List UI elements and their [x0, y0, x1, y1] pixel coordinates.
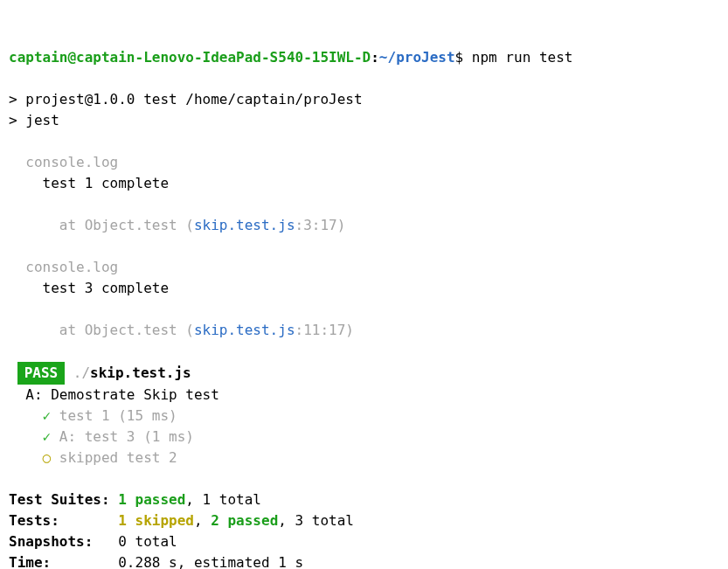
summary-suites-rest: , 1 total — [185, 491, 261, 508]
summary-time-value: 0.288 s, estimated 1 s — [118, 554, 303, 569]
prompt-user: captain@captain-Lenovo-IdeaPad-S540-15IW… — [9, 49, 371, 66]
check-icon: ✓ — [9, 428, 59, 445]
test-file-name: skip.test.js — [90, 364, 191, 381]
stack-file-link[interactable]: skip.test.js — [194, 217, 295, 233]
summary-sep: , — [194, 512, 211, 529]
summary-tests-passed: 2 passed — [211, 512, 278, 529]
prompt-dollar: $ — [455, 49, 472, 66]
check-icon: ✓ — [9, 407, 59, 424]
describe-label: A: Demostrate Skip test — [9, 386, 219, 403]
test-skipped-line: skipped test 2 — [59, 449, 177, 466]
console-log-header: console.log — [9, 154, 118, 170]
summary-tests-skipped: 1 skipped — [118, 512, 194, 529]
prompt-sep: : — [371, 49, 379, 66]
skip-icon: ○ — [9, 449, 59, 466]
pass-badge: PASS — [17, 362, 66, 385]
stack-at-prefix: at Object.test ( — [9, 217, 194, 233]
terminal-output: captain@captain-Lenovo-IdeaPad-S540-15IW… — [9, 49, 572, 569]
stack-at-prefix: at Object.test ( — [9, 322, 194, 338]
summary-snapshots-value: 0 total — [118, 533, 177, 550]
console-log-message: test 1 complete — [9, 175, 169, 191]
npm-output-line: > projest@1.0.0 test /home/captain/proJe… — [9, 91, 363, 108]
test-result-line: test 1 (15 ms) — [59, 407, 177, 424]
stack-location: :3:17) — [295, 217, 346, 233]
stack-location: :11:17) — [295, 322, 354, 338]
summary-suites-passed: 1 passed — [118, 491, 185, 508]
summary-snapshots-label: Snapshots: — [9, 533, 118, 550]
console-log-message: test 3 complete — [9, 280, 169, 296]
test-file-path-prefix: ./ — [65, 364, 90, 381]
summary-tests-rest: , 3 total — [278, 512, 354, 529]
summary-time-label: Time: — [9, 554, 118, 569]
test-result-line: A: test 3 (1 ms) — [59, 428, 194, 445]
summary-tests-label: Tests: — [9, 512, 118, 529]
stack-file-link[interactable]: skip.test.js — [194, 322, 295, 338]
npm-output-line: > jest — [9, 112, 59, 128]
prompt-path: ~/proJest — [379, 49, 455, 66]
console-log-header: console.log — [9, 259, 118, 275]
prompt-command[interactable]: npm run test — [472, 49, 573, 66]
summary-suites-label: Test Suites: — [9, 491, 118, 508]
